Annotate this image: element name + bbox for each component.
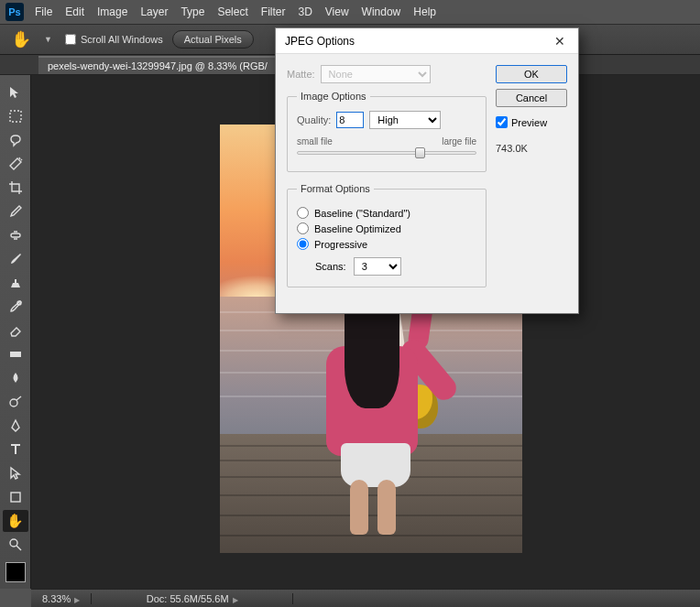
format-options-legend: Format Options xyxy=(297,183,374,194)
tools-panel: ✋ xyxy=(0,75,31,589)
dialog-title: JPEG Options xyxy=(285,35,355,48)
type-tool[interactable] xyxy=(3,439,28,461)
slider-large-label: large file xyxy=(442,136,476,146)
menu-help[interactable]: Help xyxy=(413,5,436,18)
quality-slider[interactable]: small file large file xyxy=(297,136,476,160)
svg-point-4 xyxy=(10,399,17,406)
svg-rect-3 xyxy=(10,352,21,357)
status-bar: 8.33%▶ Doc: 55.6M/55.6M▶ xyxy=(31,589,700,607)
brush-tool[interactable] xyxy=(3,248,28,270)
magic-wand-tool[interactable] xyxy=(3,153,28,175)
svg-rect-1 xyxy=(11,233,20,237)
dodge-tool[interactable] xyxy=(3,391,28,413)
rectangle-tool[interactable] xyxy=(3,486,28,508)
lasso-tool[interactable] xyxy=(3,129,28,151)
eyedropper-tool[interactable] xyxy=(3,201,28,222)
format-options-group: Format Options Baseline ("Standard") Bas… xyxy=(287,183,487,287)
image-options-legend: Image Options xyxy=(297,91,370,102)
quality-label: Quality: xyxy=(297,114,331,125)
document-tab[interactable]: pexels-wendy-wei-13299947.jpg @ 8.33% (R… xyxy=(38,56,278,74)
svg-point-6 xyxy=(10,539,17,547)
clone-stamp-tool[interactable] xyxy=(3,272,28,294)
format-progressive-radio[interactable]: Progressive xyxy=(297,238,476,250)
marquee-tool[interactable] xyxy=(3,105,28,127)
svg-point-2 xyxy=(17,301,21,305)
menu-window[interactable]: Window xyxy=(362,5,401,18)
dialog-close-button[interactable]: ✕ xyxy=(551,34,569,49)
scroll-all-windows-checkbox[interactable]: Scroll All Windows xyxy=(65,34,163,45)
format-baseline-optimized-radio[interactable]: Baseline Optimized xyxy=(297,222,476,234)
app-menubar: Ps File Edit Image Layer Type Select Fil… xyxy=(0,0,700,24)
hand-tool[interactable]: ✋ xyxy=(3,510,28,532)
pen-tool[interactable] xyxy=(3,415,28,437)
menu-file[interactable]: File xyxy=(35,5,52,18)
menu-image[interactable]: Image xyxy=(97,5,127,18)
cancel-button[interactable]: Cancel xyxy=(496,89,567,107)
gradient-tool[interactable] xyxy=(3,343,28,365)
healing-brush-tool[interactable] xyxy=(3,224,28,246)
blur-tool[interactable] xyxy=(3,367,28,389)
path-selection-tool[interactable] xyxy=(3,462,28,484)
zoom-level[interactable]: 8.33%▶ xyxy=(31,593,92,604)
menu-edit[interactable]: Edit xyxy=(65,5,84,18)
move-tool[interactable] xyxy=(3,81,28,103)
scans-label: Scans: xyxy=(315,261,346,272)
history-brush-tool[interactable] xyxy=(3,296,28,318)
scroll-all-windows-label: Scroll All Windows xyxy=(81,34,163,45)
menu-view[interactable]: View xyxy=(325,5,349,18)
current-tool-icon: ✋ xyxy=(11,29,31,49)
eraser-tool[interactable] xyxy=(3,320,28,341)
dialog-titlebar[interactable]: JPEG Options ✕ xyxy=(276,28,578,54)
crop-tool[interactable] xyxy=(3,177,28,199)
filesize-readout: 743.0K xyxy=(496,143,567,154)
menu-filter[interactable]: Filter xyxy=(261,5,286,18)
menu-select[interactable]: Select xyxy=(217,5,247,18)
jpeg-options-dialog: JPEG Options ✕ Matte: None Image Options… xyxy=(275,27,579,314)
tool-preset-chevron-icon[interactable]: ▼ xyxy=(44,35,52,44)
menu-type[interactable]: Type xyxy=(180,5,204,18)
menu-3d[interactable]: 3D xyxy=(298,5,312,18)
slider-small-label: small file xyxy=(297,136,333,146)
svg-rect-5 xyxy=(11,493,20,502)
doc-size-readout[interactable]: Doc: 55.6M/55.6M▶ xyxy=(92,593,293,604)
app-logo: Ps xyxy=(5,3,24,21)
svg-rect-0 xyxy=(10,111,21,122)
zoom-tool[interactable] xyxy=(3,534,28,556)
preview-checkbox[interactable]: Preview xyxy=(496,116,567,128)
actual-pixels-button[interactable]: Actual Pixels xyxy=(172,30,254,49)
menu-layer[interactable]: Layer xyxy=(140,5,168,18)
scans-select[interactable]: 3 xyxy=(354,257,401,276)
ok-button[interactable]: OK xyxy=(496,65,567,83)
format-baseline-standard-radio[interactable]: Baseline ("Standard") xyxy=(297,207,476,219)
foreground-color-swatch[interactable] xyxy=(5,562,26,582)
quality-input[interactable] xyxy=(336,112,364,128)
matte-label: Matte: xyxy=(287,69,315,80)
matte-select: None xyxy=(321,65,431,83)
quality-preset-select[interactable]: High xyxy=(369,111,441,129)
image-options-group: Image Options Quality: High small file l… xyxy=(287,91,487,172)
